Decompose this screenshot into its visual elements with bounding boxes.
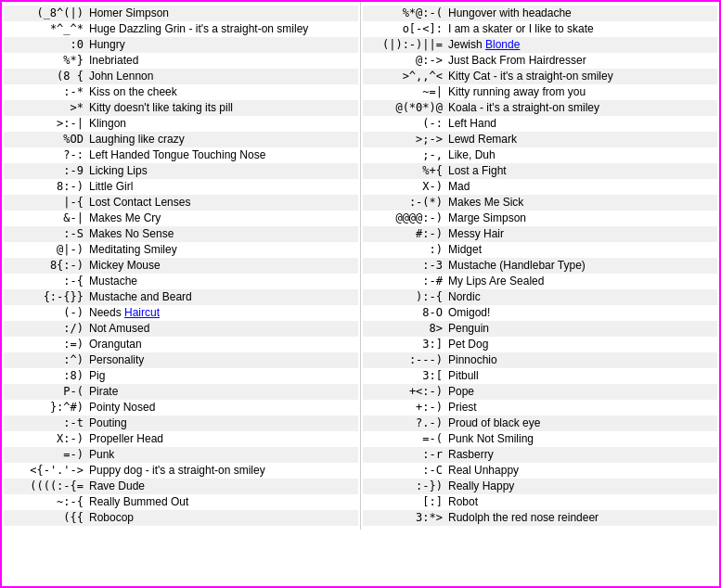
emoticon-description: Kiss on the cheek (89, 85, 177, 98)
emoticon-description: Lewd Remark (448, 133, 517, 146)
emoticon-code: #:-) (365, 227, 448, 240)
list-item: :-*Kiss on the cheek (4, 84, 358, 100)
emoticon-description: Personality (89, 353, 144, 366)
emoticon-code: 3:[ (365, 369, 448, 382)
list-item: X:-)Propeller Head (4, 431, 358, 447)
list-item: >^,,^<Kitty Cat - it's a straight-on smi… (363, 69, 717, 84)
emoticon-code: 8-O (365, 306, 448, 319)
haircut-link[interactable]: Haircut (124, 306, 160, 319)
emoticon-code: (8 { (6, 70, 89, 83)
emoticon-code: (|):-)||= (365, 38, 448, 51)
emoticon-code: ({{ (6, 511, 89, 524)
list-item: (-)Needs Haircut (4, 305, 358, 321)
emoticon-description: Midget (448, 243, 482, 256)
list-item: ;-,Like, Duh (363, 147, 717, 163)
left-column: (_8^(|)Homer Simpson*^_^*Huge Dazzling G… (2, 2, 361, 530)
list-item: >*Kitty doesn't like taking its pill (4, 100, 358, 116)
emoticon-description: Kitty Cat - it's a straight-on smiley (448, 70, 613, 83)
list-item: :-CReal Unhappy (363, 463, 717, 479)
right-column: %*@:-(Hungover with headacheo[-<]:I am a… (361, 2, 719, 530)
emoticon-description: Really Happy (448, 479, 514, 492)
emoticon-code: X:-) (6, 432, 89, 445)
emoticon-code: :---) (365, 353, 448, 366)
list-item: X-)Mad (363, 179, 717, 195)
emoticon-description: Meditating Smiley (89, 243, 177, 256)
emoticon-description: Punk Not Smiling (448, 432, 534, 445)
list-item: :-tPouting (4, 415, 358, 431)
emoticon-description: Left Handed Tongue Touching Nose (89, 148, 265, 161)
emoticon-code: [:] (365, 495, 448, 508)
emoticon-code: ?.-) (365, 416, 448, 429)
list-item: 3:[Pitbull (363, 368, 717, 384)
emoticon-description: Proud of black eye (448, 416, 540, 429)
emoticon-code: ;-, (365, 148, 448, 161)
list-item: >;->Lewd Remark (363, 132, 717, 147)
emoticon-description: Pinnochio (448, 353, 497, 366)
list-item: =-)Punk (4, 447, 358, 463)
emoticon-code: >* (6, 101, 89, 114)
list-item: :)Midget (363, 242, 717, 258)
emoticon-description: Hungover with headache (448, 6, 572, 19)
emoticon-description: Marge Simpson (448, 211, 526, 224)
emoticon-description: Needs Haircut (89, 306, 160, 319)
emoticon-code: =-( (365, 432, 448, 445)
list-item: ({{Robocop (4, 510, 358, 526)
list-item: <{-'.'->Puppy dog - it's a straight-on s… (4, 463, 358, 479)
emoticon-description: Lost Contact Lenses (89, 196, 190, 209)
emoticon-description: Mad (448, 180, 470, 193)
list-item: {:-{}}Mustache and Beard (4, 289, 358, 305)
list-item: }:^#)Pointy Nosed (4, 400, 358, 415)
emoticon-code: |-{ (6, 196, 89, 209)
emoticon-code: 8{:-) (6, 259, 89, 272)
emoticon-code: 8:-) (6, 180, 89, 193)
emoticon-description: Rasberry (448, 448, 494, 461)
emoticon-code: :) (365, 243, 448, 256)
emoticon-code: ):-{ (365, 290, 448, 303)
list-item: :-#My Lips Are Sealed (363, 274, 717, 289)
emoticon-description: Klingon (89, 117, 126, 130)
list-item: *^_^*Huge Dazzling Grin - it's a straigh… (4, 21, 358, 37)
emoticon-code: P-( (6, 385, 89, 398)
list-item: (-:Left Hand (363, 116, 717, 132)
list-item: [:]Robot (363, 494, 717, 510)
emoticon-code: &-| (6, 211, 89, 224)
emoticon-code: @@@@:-) (365, 211, 448, 224)
list-item: =-(Punk Not Smiling (363, 431, 717, 447)
emoticon-description: Puppy dog - it's a straight-on smiley (89, 464, 265, 477)
list-item: &-|Makes Me Cry (4, 211, 358, 226)
emoticon-description: Penguin (448, 322, 489, 335)
emoticon-code: ~=| (365, 85, 448, 98)
list-item: %ODLaughing like crazy (4, 132, 358, 147)
emoticon-description: Rudolph the red nose reindeer (448, 511, 599, 524)
list-item: #:-)Messy Hair (363, 226, 717, 242)
emoticon-code: :-9 (6, 164, 89, 177)
emoticon-description: Robot (448, 495, 478, 508)
emoticon-code: %OD (6, 133, 89, 146)
emoticon-code: @:-> (365, 54, 448, 67)
emoticon-description: Inebriated (89, 54, 138, 67)
list-item: @(*0*)@Koala - it's a straight-on smiley (363, 100, 717, 116)
list-item: 8>Penguin (363, 321, 717, 337)
emoticon-code: :-r (365, 448, 448, 461)
emoticon-description: Real Unhappy (448, 464, 519, 477)
emoticon-description: Makes No Sense (89, 227, 174, 240)
emoticon-description: Just Back From Hairdresser (448, 54, 586, 67)
emoticon-description: Rave Dude (89, 479, 145, 492)
emoticon-description: Homer Simpson (89, 6, 169, 19)
list-item: :^)Personality (4, 352, 358, 368)
list-item: 3:]Pet Dog (363, 337, 717, 352)
list-item: ?-:Left Handed Tongue Touching Nose (4, 147, 358, 163)
list-item: |-{Lost Contact Lenses (4, 195, 358, 211)
list-item: @@@@:-)Marge Simpson (363, 211, 717, 226)
list-item: P-(Pirate (4, 384, 358, 400)
list-item: 8:-)Little Girl (4, 179, 358, 195)
emoticon-description: Little Girl (89, 180, 133, 193)
emoticon-description: My Lips Are Sealed (448, 275, 544, 288)
emoticon-description: Pope (448, 385, 474, 398)
list-item: ?.-)Proud of black eye (363, 415, 717, 431)
emoticon-code: (-) (6, 306, 89, 319)
list-item: ):-{Nordic (363, 289, 717, 305)
blonde-link[interactable]: Blonde (485, 38, 520, 51)
list-item: :-9Licking Lips (4, 163, 358, 179)
emoticon-description: Robocop (89, 511, 134, 524)
